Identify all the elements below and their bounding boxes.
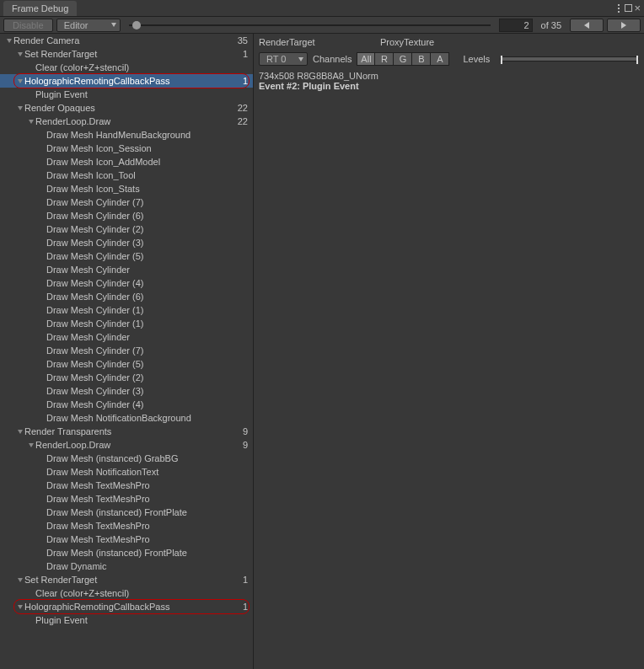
source-dropdown[interactable]: Editor [56, 19, 121, 32]
tree-row[interactable]: Draw Mesh Cylinder (2) [0, 371, 253, 384]
prev-event-button[interactable] [570, 19, 604, 32]
tree-row[interactable]: Draw Mesh Cylinder [0, 263, 253, 276]
caret-down-icon [298, 57, 303, 62]
foldout-icon[interactable] [16, 430, 24, 434]
tree-row[interactable]: Draw Mesh Cylinder (2) [0, 222, 253, 236]
tree-row-count: 1 [243, 76, 248, 86]
rt-dropdown[interactable]: RT 0 [259, 52, 308, 66]
tree-row-label: Clear (color+Z+stencil) [35, 62, 129, 72]
tree-row-label: Draw Mesh Cylinder (4) [46, 399, 144, 409]
channel-a-toggle[interactable]: A [431, 52, 449, 66]
levels-max-handle[interactable] [636, 56, 638, 64]
tree-row-count: 35 [238, 35, 248, 45]
tree-row-label: Draw Mesh Cylinder (7) [46, 345, 144, 356]
tree-row[interactable]: Draw Mesh Cylinder (6) [0, 290, 253, 303]
tree-row[interactable]: Draw Mesh Cylinder (3) [0, 236, 253, 249]
event-title: Event #2: Plugin Event [259, 81, 639, 91]
close-icon[interactable]: × [634, 4, 641, 12]
foldout-icon[interactable] [16, 605, 24, 609]
tree-row[interactable]: Draw Mesh Cylinder (5) [0, 357, 253, 371]
foldout-icon[interactable] [27, 120, 35, 124]
tree-row[interactable]: Draw Mesh (instanced) GrabBG [0, 452, 253, 465]
levels-label: Levels [461, 54, 491, 64]
tree-row-label: Draw Mesh NotificationText [46, 467, 158, 477]
details-panel: RenderTarget ProxyTexture RT 0 Channels … [254, 34, 644, 669]
tree-row[interactable]: Draw Mesh Cylinder (5) [0, 249, 253, 263]
tree-row[interactable]: Draw Mesh (instanced) FrontPlate [0, 506, 253, 519]
kebab-menu-icon[interactable] [614, 3, 623, 13]
toolbar: Disable Editor of 35 [0, 17, 644, 34]
tree-row[interactable]: Draw Mesh Icon_Stats [0, 182, 253, 195]
tree-row[interactable]: Set RenderTarget1 [0, 573, 253, 586]
tree-row[interactable]: Draw Mesh Icon_Session [0, 142, 253, 155]
tree-row[interactable]: Draw Mesh (instanced) FrontPlate [0, 546, 253, 559]
tree-row[interactable]: Plugin Event [0, 613, 253, 627]
foldout-icon[interactable] [16, 106, 24, 110]
tree-row-label: Draw Mesh Cylinder (5) [46, 359, 144, 369]
tree-row-label: Draw Mesh Cylinder (3) [46, 238, 144, 248]
tree-row[interactable]: Draw Mesh Cylinder (7) [0, 344, 253, 357]
event-tree[interactable]: Render Camera35Set RenderTarget1Clear (c… [0, 34, 254, 669]
triangle-left-icon [584, 22, 589, 29]
tree-row-count: 1 [243, 575, 248, 585]
tree-row[interactable]: Draw Mesh Cylinder (3) [0, 384, 253, 398]
levels-min-handle[interactable] [501, 56, 502, 64]
levels-slider[interactable] [500, 56, 639, 62]
foldout-icon[interactable] [27, 443, 35, 447]
window-tab[interactable]: Frame Debug [3, 1, 77, 16]
tree-row[interactable]: Plugin Event [0, 88, 253, 101]
tree-row-selected[interactable]: HolographicRemotingCallbackPass1 [0, 74, 253, 88]
event-index-input[interactable] [499, 19, 533, 32]
triangle-right-icon [621, 22, 626, 29]
tree-row[interactable]: Render Camera35 [0, 34, 253, 47]
channel-b-toggle[interactable]: B [412, 52, 431, 66]
next-event-button[interactable] [607, 19, 641, 32]
foldout-icon[interactable] [16, 52, 24, 56]
tree-row[interactable]: Draw Mesh Cylinder (4) [0, 276, 253, 290]
tree-row[interactable]: Render Opaques22 [0, 101, 253, 115]
channel-g-toggle[interactable]: G [394, 52, 412, 66]
foldout-icon[interactable] [16, 79, 24, 83]
tree-row[interactable]: RenderLoop.Draw9 [0, 438, 253, 452]
tree-row[interactable]: Draw Mesh NotificationBackground [0, 411, 253, 425]
rendertarget-label: RenderTarget [259, 37, 380, 47]
tree-row-label: Draw Mesh Cylinder (4) [46, 278, 144, 288]
tree-row[interactable]: Draw Mesh HandMenuBackground [0, 128, 253, 142]
tree-row-label: Draw Mesh (instanced) GrabBG [46, 453, 179, 463]
tree-row[interactable]: RenderLoop.Draw22 [0, 115, 253, 128]
channel-all-toggle[interactable]: All [357, 52, 375, 66]
tree-row[interactable]: Draw Mesh Cylinder (1) [0, 317, 253, 330]
disable-button[interactable]: Disable [3, 19, 53, 32]
tree-row-label: Set RenderTarget [24, 49, 97, 59]
tree-row[interactable]: Draw Mesh TextMeshPro [0, 492, 253, 506]
tree-row[interactable]: Clear (color+Z+stencil) [0, 586, 253, 600]
tree-row[interactable]: Draw Mesh TextMeshPro [0, 479, 253, 492]
tree-row[interactable]: Draw Mesh TextMeshPro [0, 533, 253, 546]
tree-row[interactable]: Draw Mesh Icon_AddModel [0, 155, 253, 169]
tree-row[interactable]: Clear (color+Z+stencil) [0, 61, 253, 74]
channel-r-toggle[interactable]: R [375, 52, 394, 66]
tree-row[interactable]: Draw Mesh TextMeshPro [0, 519, 253, 533]
tree-row[interactable]: Draw Mesh Cylinder (6) [0, 209, 253, 222]
tree-row[interactable]: Draw Mesh Cylinder (1) [0, 303, 253, 317]
tree-row[interactable]: Draw Mesh Cylinder [0, 330, 253, 344]
tree-row-count: 1 [243, 49, 248, 59]
tree-row[interactable]: HolographicRemotingCallbackPass1 [0, 600, 253, 613]
tree-row[interactable]: Draw Mesh NotificationText [0, 465, 253, 479]
tree-row-label: Draw Mesh Cylinder [46, 332, 130, 342]
tree-row-label: Draw Mesh Icon_AddModel [46, 157, 160, 167]
tree-row[interactable]: Draw Mesh Cylinder (7) [0, 195, 253, 209]
rendertarget-value: ProxyTexture [380, 37, 434, 47]
foldout-icon[interactable] [16, 578, 24, 582]
event-slider[interactable] [129, 19, 491, 32]
tree-row[interactable]: Render Transparents9 [0, 425, 253, 438]
slider-knob[interactable] [132, 21, 141, 29]
maximize-icon[interactable] [625, 4, 632, 12]
tree-row[interactable]: Set RenderTarget1 [0, 47, 253, 61]
tree-row-label: Draw Mesh (instanced) FrontPlate [46, 507, 187, 517]
tree-row[interactable]: Draw Mesh Cylinder (4) [0, 398, 253, 411]
tree-row[interactable]: Draw Mesh Icon_Tool [0, 169, 253, 182]
foldout-icon[interactable] [5, 39, 13, 43]
tree-row[interactable]: Draw Dynamic [0, 559, 253, 573]
tree-row-label: Draw Mesh Cylinder (1) [46, 305, 144, 315]
